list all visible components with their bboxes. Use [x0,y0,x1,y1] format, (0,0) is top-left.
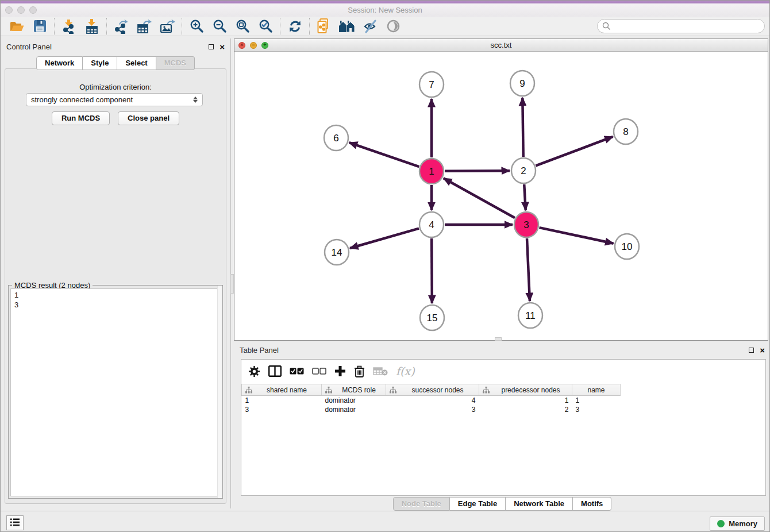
clone-network-icon[interactable] [313,17,336,36]
window-title: Session: New Session [1,6,769,14]
network-edge-4-14[interactable] [350,229,419,248]
mcds-result-text[interactable]: 1 3 [10,288,221,496]
network-node-4[interactable]: 4 [419,212,444,237]
zoom-selected-icon[interactable] [254,17,277,36]
network-node-15[interactable]: 15 [420,305,444,330]
splitter-grip[interactable] [230,274,234,294]
export-image-icon[interactable] [156,17,179,36]
network-edge-3-10[interactable] [539,228,613,244]
table-panel-title: Table Panel [240,346,279,354]
optimization-criterion-label: Optimization criterion: [5,83,226,91]
hide-selected-icon[interactable] [359,17,382,36]
export-table-icon[interactable] [133,17,156,36]
tab-mcds[interactable]: MCDS [156,56,195,70]
network-node-2[interactable]: 2 [511,158,536,183]
float-table-panel-icon[interactable] [749,348,754,353]
deselect-all-icon[interactable] [312,368,326,375]
columns-icon[interactable] [268,365,282,377]
network-edge-1-2[interactable] [445,171,510,171]
tab-select[interactable]: Select [117,56,156,70]
open-session-icon[interactable] [5,17,28,36]
table-type-tabs: Node Table Edge Table Network Table Moti… [234,497,770,511]
show-all-icon[interactable] [382,17,405,36]
network-node-14[interactable]: 14 [325,240,349,265]
refresh-icon[interactable] [283,17,306,36]
select-all-icon[interactable] [290,368,304,375]
function-builder-icon[interactable]: f(x) [396,365,415,377]
status-bar: Memory [1,511,769,532]
float-panel-icon[interactable] [209,44,214,49]
first-neighbors-icon[interactable] [336,17,359,36]
table-panel: Table Panel × [234,342,770,511]
network-edge-2-9[interactable] [522,98,523,157]
mcds-panel-body: Optimization criterion: strongly connect… [5,68,226,504]
tab-network-table[interactable]: Network Table [506,497,573,511]
network-node-1[interactable]: 1 [419,159,444,184]
save-session-icon[interactable] [28,17,51,36]
network-edge-4-15[interactable] [432,238,432,303]
tab-style[interactable]: Style [83,56,117,70]
list-icon [10,518,20,529]
import-network-icon[interactable] [57,17,80,36]
network-node-7[interactable]: 7 [419,72,444,97]
optimization-criterion-value: strongly connected component [31,95,193,104]
network-node-6[interactable]: 6 [324,125,348,151]
network-edge-2-3[interactable] [524,184,526,210]
main-toolbar [1,17,769,36]
toolbar-separator [182,18,182,35]
memory-label: Memory [729,519,757,528]
network-edge-2-8[interactable] [536,137,613,166]
network-edge-1-6[interactable] [349,142,419,167]
memory-status-icon [717,520,725,527]
network-view-window: × − + scc.txt 7968124314101511 [234,38,768,341]
table-row[interactable]: 3 dominator 3 2 3 [242,405,621,414]
gear-icon[interactable] [248,365,260,377]
control-panel-title: Control Panel [6,43,52,51]
control-panel-tabs: Network Style Select MCDS [36,56,195,70]
delete-table-icon[interactable] [373,367,388,376]
splitter-grip[interactable] [495,337,502,341]
run-mcds-button[interactable]: Run MCDS [52,111,110,125]
column-header-name[interactable]: name [572,384,621,396]
close-table-panel-icon[interactable]: × [760,346,765,354]
control-panel: Control Panel × Network Style Select MCD… [1,38,231,508]
tab-edge-table[interactable]: Edge Table [450,497,506,511]
delete-row-icon[interactable] [354,365,365,377]
task-history-button[interactable] [6,515,24,530]
attribute-icon [325,387,332,394]
network-node-8[interactable]: 8 [614,119,638,144]
node-table-container: f(x) shared name MCDS role successor nod… [241,359,766,496]
zoom-fit-icon[interactable] [231,17,254,36]
network-edge-3-1[interactable] [444,178,515,218]
toolbar-separator [309,18,310,35]
result-scrollbar[interactable] [217,286,222,498]
tab-motifs[interactable]: Motifs [573,497,611,511]
memory-button[interactable]: Memory [710,516,765,531]
table-row[interactable]: 1 dominator 4 1 1 [242,396,621,406]
network-window-titlebar[interactable]: × − + scc.txt [234,39,768,52]
close-panel-button[interactable]: Close panel [118,111,179,125]
close-panel-icon[interactable]: × [220,43,225,51]
search-input[interactable] [597,19,765,33]
svg-text:2: 2 [521,165,526,176]
column-header-mcds-role[interactable]: MCDS role [322,384,386,396]
export-network-icon[interactable] [110,17,133,36]
network-node-11[interactable]: 11 [518,303,542,328]
optimization-criterion-select[interactable]: strongly connected component [26,93,203,106]
import-table-icon[interactable] [80,17,103,36]
network-node-3[interactable]: 3 [514,212,538,237]
add-row-icon[interactable] [334,365,346,377]
column-header-predecessor-nodes[interactable]: predecessor nodes [479,384,572,396]
network-node-10[interactable]: 10 [615,234,639,259]
svg-text:15: 15 [427,313,438,323]
network-node-9[interactable]: 9 [510,71,534,96]
zoom-in-icon[interactable] [185,17,208,36]
column-header-shared-name[interactable]: shared name [242,384,322,396]
svg-text:6: 6 [333,133,338,144]
zoom-out-icon[interactable] [208,17,231,36]
tab-network[interactable]: Network [36,56,83,70]
column-header-successor-nodes[interactable]: successor nodes [386,384,479,396]
network-canvas[interactable]: 7968124314101511 [234,52,768,340]
tab-node-table[interactable]: Node Table [393,497,450,511]
network-edge-3-11[interactable] [527,238,530,301]
